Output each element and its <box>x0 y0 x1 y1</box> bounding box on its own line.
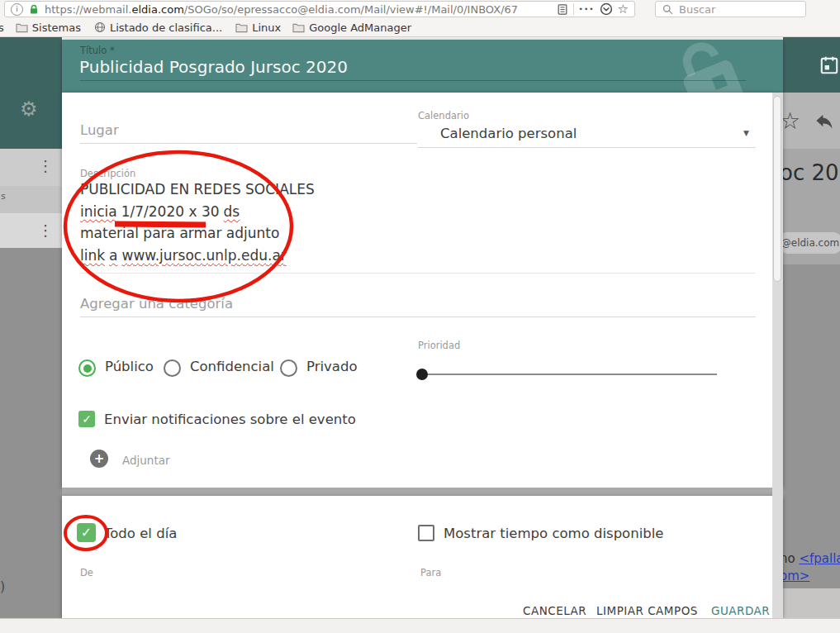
radio-confidencial[interactable] <box>164 359 181 377</box>
descripcion-line: inicia1/7/2020 x 30ds <box>80 201 658 223</box>
title-label: Título * <box>80 45 115 56</box>
dialog-scrollbar[interactable] <box>772 93 783 618</box>
reply-icon[interactable] <box>814 114 834 132</box>
bookmark-item-linux[interactable]: Linux <box>235 21 281 34</box>
dialog-card-gap <box>62 488 783 496</box>
categoria-input[interactable] <box>80 296 756 317</box>
mostrar-tiempo-label: Mostrar tiempo como disponible <box>444 526 663 541</box>
descripcion-textarea[interactable]: PUBLICIDAD EN REDES SOCIALES inicia1/7/2… <box>80 178 658 266</box>
sidebar-teal-panel <box>0 37 62 149</box>
calendario-label: Calendario <box>418 110 469 121</box>
title-value[interactable]: Publicidad Posgrado Jursoc 2020 <box>79 57 348 77</box>
prioridad-slider[interactable] <box>417 374 717 375</box>
bookmark-star-icon[interactable]: ☆ <box>618 3 629 16</box>
url-bar[interactable]: i https://webmail.eldia.com/SOGo/so/epre… <box>4 1 635 17</box>
radio-confidencial-label: Confidencial <box>190 359 274 374</box>
search-bar[interactable]: Buscar <box>655 1 806 17</box>
descripcion-underline <box>80 273 756 274</box>
text-fragment: ) <box>0 578 5 594</box>
url-text: https://webmail.eldia.com/SOGo/so/epress… <box>45 3 552 16</box>
radio-publico[interactable] <box>78 359 96 377</box>
notificaciones-checkbox[interactable]: ✓ <box>78 411 95 427</box>
divider <box>573 3 574 15</box>
more-icon[interactable]: ••• <box>579 5 595 13</box>
quoted-email-text: no <fpallad om> <box>780 550 840 585</box>
title-underline <box>80 80 746 81</box>
pocket-icon[interactable] <box>600 2 613 16</box>
plus-icon: + <box>94 451 105 466</box>
bookmarks-bar: s Sistemas Listado de clasifica... Linux… <box>0 18 840 37</box>
descripcion-line: PUBLICIDAD EN REDES SOCIALES <box>80 178 658 201</box>
backdrop-left <box>0 248 62 618</box>
de-label: De <box>80 567 93 578</box>
reader-mode-icon[interactable] <box>557 3 568 16</box>
mail-list-band <box>0 186 62 213</box>
window-bottom-strip <box>0 618 840 633</box>
list-text-fragment: s <box>1 191 6 202</box>
mail-subject-strip: oc 2020 @eldia.com <box>783 149 840 264</box>
radio-publico-label: Público <box>105 359 154 374</box>
prioridad-slider-thumb[interactable] <box>416 369 428 380</box>
mostrar-tiempo-checkbox[interactable] <box>418 525 434 541</box>
descripcion-line: linkawww.jursoc.unlp.edu.ar <box>80 245 658 267</box>
email-link[interactable]: <fpallad <box>799 551 840 566</box>
lock-icon[interactable] <box>28 3 40 16</box>
calendario-select[interactable]: Calendario personal ▼ <box>418 122 756 148</box>
radio-privado-label: Privado <box>306 359 357 374</box>
dialog-footer-card <box>62 496 783 618</box>
calendario-value: Calendario personal <box>440 126 577 141</box>
folder-icon <box>292 22 305 33</box>
radio-privado[interactable] <box>280 359 297 377</box>
search-icon <box>662 4 673 15</box>
kebab-menu-icon[interactable]: ⋮ <box>38 157 53 174</box>
notificaciones-label: Enviar notificaciones sobre el evento <box>104 412 356 427</box>
bookmark-item-sistemas[interactable]: Sistemas <box>16 21 81 34</box>
para-label: Para <box>420 567 441 578</box>
mail-subject-fragment: oc 2020 <box>783 160 840 185</box>
chevron-down-icon: ▼ <box>743 129 749 137</box>
lugar-input[interactable] <box>80 122 417 144</box>
globe-icon <box>94 21 106 33</box>
backdrop-right-light <box>783 588 840 618</box>
recipient-chip: @eldia.com <box>783 232 840 254</box>
todo-el-dia-checkbox[interactable]: ✓ <box>77 523 96 542</box>
lock-watermark-icon <box>651 40 766 93</box>
limpiar-campos-button[interactable]: LIMPIAR CAMPOS <box>596 604 698 617</box>
info-icon[interactable]: i <box>11 3 23 16</box>
bookmark-item-listado[interactable]: Listado de clasifica... <box>94 21 222 34</box>
gear-icon[interactable]: ⚙ <box>20 98 38 121</box>
adjuntar-button[interactable]: + <box>90 450 108 468</box>
search-placeholder: Buscar <box>679 3 715 16</box>
kebab-menu-icon[interactable]: ⋮ <box>38 221 53 239</box>
folder-icon <box>16 22 28 33</box>
calendar-icon[interactable] <box>819 55 840 76</box>
guardar-button[interactable]: GUARDAR <box>711 604 770 617</box>
dialog-body <box>62 93 783 488</box>
adjuntar-label: Adjuntar <box>122 454 170 467</box>
cancelar-button[interactable]: CANCELAR <box>523 604 586 617</box>
scrollbar-thumb[interactable] <box>773 96 781 282</box>
folder-icon <box>235 22 248 33</box>
bookmark-item-admanager[interactable]: Google AdManager <box>292 21 411 34</box>
todo-el-dia-label: Todo el día <box>104 526 177 541</box>
email-link[interactable]: om> <box>780 569 809 583</box>
descripcion-line: material para armar adjunto <box>80 222 658 245</box>
backdrop-right <box>783 264 840 588</box>
bookmark-fragment[interactable]: s <box>0 21 4 34</box>
descripcion-label: Descripción <box>80 168 135 179</box>
prioridad-label: Prioridad <box>418 340 460 351</box>
